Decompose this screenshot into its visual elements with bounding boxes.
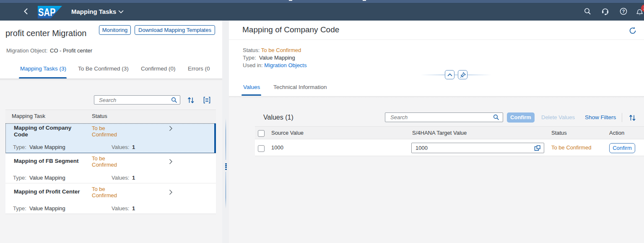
svg-text:SAP: SAP <box>38 6 56 18</box>
